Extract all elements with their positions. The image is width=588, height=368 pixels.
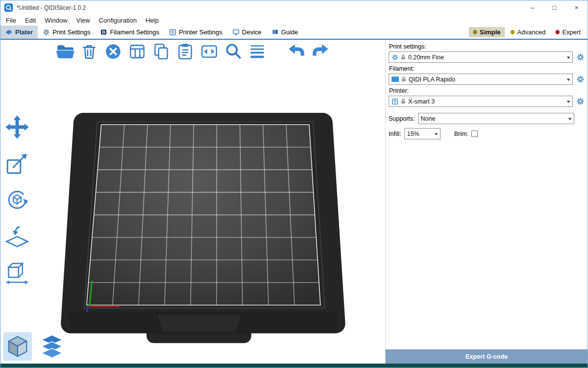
lock-icon [401,54,406,60]
filament-gear-button[interactable] [576,75,585,83]
print-settings-gear-button[interactable] [576,53,585,61]
copy-button[interactable] [151,42,171,61]
menu-help[interactable]: Help [141,16,163,25]
variable-layer-height-icon [247,42,267,61]
app-window: *Untitled - QIDISlicer-1.0.2 – □ × File … [0,0,588,368]
tab-printer-settings[interactable]: Printer Settings [164,26,227,39]
measure-gizmo-button[interactable] [4,260,30,285]
tab-plater[interactable]: Plater [0,26,38,39]
brim-checkbox[interactable] [471,131,478,137]
printer-icon [169,28,176,36]
tab-guide[interactable]: Guide [267,26,303,39]
open-folder-icon [55,42,75,61]
paste-button[interactable] [175,42,195,61]
filament-value: QIDI PLA Rapido [409,76,455,83]
import-button[interactable] [55,42,75,61]
menu-view[interactable]: View [72,16,95,25]
cube-3d-view-icon [5,334,30,359]
printer-combo[interactable]: X-smart 3 ▾ [389,96,573,107]
mode-label: Advanced [517,28,546,36]
viewport-3d[interactable] [0,40,385,364]
tab-print-settings[interactable]: Print Settings [38,26,95,39]
trash-icon [79,42,99,61]
mode-label: Simple [480,28,501,36]
plater-toolbar [55,42,330,61]
tab-label: Device [242,28,262,36]
infill-label: Infill: [389,131,401,137]
mode-label: Expert [562,28,581,36]
editor-view-button[interactable] [3,332,32,361]
print-settings-combo[interactable]: 0.20mm Fine ▾ [389,52,573,63]
maximize-button[interactable]: □ [543,0,565,15]
print-settings-label: Print settings: [389,43,585,50]
advanced-mode-dot-icon [511,30,515,34]
tab-device[interactable]: Device [227,26,267,39]
chevron-down-icon: ▾ [567,77,570,82]
plater-icon [5,28,13,36]
tab-label: Plater [15,28,33,36]
mode-expert[interactable]: Expert [551,27,585,37]
delete-all-icon [103,42,123,61]
minimize-button[interactable]: – [521,0,543,15]
monitor-icon [232,28,240,36]
printer-value: X-smart 3 [408,98,435,105]
close-button[interactable]: × [565,0,588,15]
move-icon [4,114,30,140]
title-bar: *Untitled - QIDISlicer-1.0.2 – □ × [0,0,588,15]
menu-edit[interactable]: Edit [21,16,40,25]
search-button[interactable] [223,42,243,61]
mode-advanced[interactable]: Advanced [507,27,550,37]
rotate-icon [4,187,30,212]
filament-spool-icon [100,28,107,36]
delete-all-button[interactable] [103,42,123,61]
redo-button[interactable] [311,42,330,61]
delete-button[interactable] [79,42,99,61]
mode-selector: Simple Advanced Expert [469,26,588,39]
settings-sidebar: Print settings: 0.20mm Fine ▾ [385,40,588,364]
infill-combo[interactable]: 15% ▾ [404,128,441,139]
book-icon [271,28,279,36]
search-icon [223,42,243,61]
redo-icon [311,42,330,61]
arrange-button[interactable] [127,42,147,61]
place-on-face-gizmo-button[interactable] [4,223,30,249]
scale-icon [4,151,30,176]
paste-icon [175,42,195,61]
window-title: *Untitled - QIDISlicer-1.0.2 [17,4,86,11]
plate-handle-recess [156,314,242,333]
tab-bar: Plater Print Settings Filament Settings … [0,26,588,40]
supports-combo[interactable]: None ▾ [418,113,574,124]
rotate-gizmo-button[interactable] [4,187,30,212]
measure-icon [4,260,30,285]
printer-gear-button[interactable] [576,97,585,105]
gizmo-toolbar [4,114,30,285]
export-gcode-button[interactable]: Export G-code [386,349,588,364]
chevron-down-icon: ▾ [435,131,438,136]
menu-file[interactable]: File [1,16,21,25]
mode-simple[interactable]: Simple [469,27,505,37]
printer-icon [392,98,398,105]
build-plate[interactable] [0,40,385,364]
print-settings-value: 0.20mm Fine [408,54,444,61]
tab-filament-settings[interactable]: Filament Settings [95,26,164,39]
variable-layer-height-button[interactable] [247,42,267,61]
scale-gizmo-button[interactable] [4,151,30,176]
infill-value: 15% [407,131,419,137]
arrange-icon [127,42,147,61]
menu-window[interactable]: Window [40,16,72,25]
preview-view-button[interactable] [38,332,66,361]
menu-configuration[interactable]: Configuration [95,16,141,25]
lock-icon [401,98,406,105]
undo-button[interactable] [287,42,306,61]
filament-label: Filament: [389,65,585,72]
gear-icon [43,28,50,36]
chevron-down-icon: ▾ [568,116,572,121]
filament-color-swatch [392,77,399,82]
filament-combo[interactable]: QIDI PLA Rapido ▾ [389,74,573,85]
view-toggles [3,332,66,361]
move-gizmo-button[interactable] [4,114,30,140]
layers-preview-icon [39,334,65,359]
split-button[interactable] [199,42,219,61]
tab-label: Guide [281,28,298,36]
printer-label: Printer: [389,87,585,94]
